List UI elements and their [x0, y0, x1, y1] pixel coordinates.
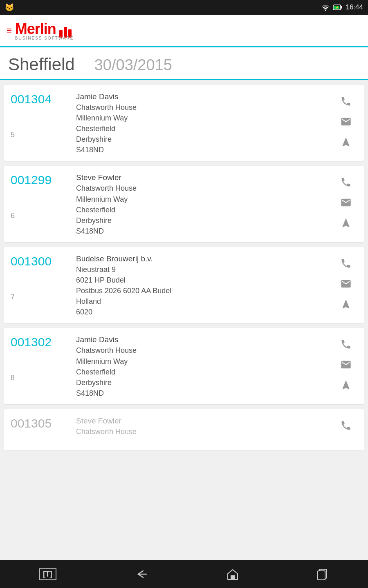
phone-icon[interactable]: [337, 418, 355, 433]
card-address-line: S418ND: [76, 145, 326, 155]
card-middle: Steve Fowler Chatsworth HouseMillennium …: [76, 173, 334, 236]
email-icon[interactable]: [337, 276, 355, 291]
card-middle: Jamie Davis Chatsworth HouseMillennium W…: [76, 92, 334, 155]
list-item[interactable]: 001302 8 Jamie Davis Chatsworth HouseMil…: [4, 328, 364, 404]
list-item[interactable]: 001300 7 Budelse Brouwerij b.v. Nieustra…: [4, 247, 364, 323]
svg-text:⚡: ⚡: [335, 6, 339, 9]
page-city: Sheffield: [8, 55, 75, 74]
navigation-icon[interactable]: [337, 216, 355, 230]
card-address-line: Derbyshire: [76, 134, 326, 145]
card-actions: [334, 254, 357, 312]
card-number: 7: [11, 293, 76, 301]
card-id: 001304: [11, 92, 76, 106]
card-actions: [334, 416, 357, 433]
phone-icon[interactable]: [337, 175, 355, 189]
card-address-line: Derbyshire: [76, 215, 326, 226]
card-address-line: Chesterfield: [76, 205, 326, 215]
card-middle: Steve Fowler Chatsworth House: [76, 416, 334, 437]
card-left: 001299 6: [11, 173, 76, 220]
status-bar-left: 🐱: [5, 3, 14, 12]
card-name: Jamie Davis: [76, 92, 326, 101]
nav-recent-button[interactable]: [317, 568, 329, 580]
back-arrow-icon: [134, 568, 149, 580]
card-left: 001304 5: [11, 92, 76, 139]
wifi-icon: [321, 4, 330, 11]
svg-rect-2: [341, 6, 342, 9]
card-name: Steve Fowler: [76, 173, 326, 182]
nav-home-button[interactable]: [226, 568, 239, 580]
status-bar-right: ⚡ 16:44: [321, 3, 363, 11]
card-id: 001300: [11, 254, 76, 268]
battery-icon: ⚡: [333, 4, 342, 11]
card-address-line: Chatsworth House: [76, 102, 326, 113]
bottom-nav: [T]: [0, 560, 368, 588]
card-id: 001305: [11, 416, 76, 430]
phone-icon[interactable]: [337, 256, 355, 271]
logo-text: Merlin: [15, 20, 56, 37]
home-icon: [226, 568, 239, 580]
card-actions: [334, 92, 357, 149]
list-item[interactable]: 001299 6 Steve Fowler Chatsworth HouseMi…: [4, 166, 364, 242]
card-number: 5: [11, 131, 76, 139]
card-address-line: Chesterfield: [76, 123, 326, 134]
status-bar: 🐱 ⚡ 16:44: [0, 0, 368, 15]
card-address-line: 6021 HP Budel: [76, 275, 326, 285]
svg-rect-6: [318, 571, 325, 580]
navigation-icon[interactable]: [337, 135, 355, 149]
card-address-line: Derbyshire: [76, 377, 326, 388]
page-title-area: Sheffield 30/03/2015: [0, 47, 368, 80]
card-actions: [334, 173, 357, 230]
phone-icon[interactable]: [337, 337, 355, 352]
card-name: Budelse Brouwerij b.v.: [76, 254, 326, 263]
card-middle: Jamie Davis Chatsworth HouseMillennium W…: [76, 335, 334, 398]
card-address-line: Chesterfield: [76, 367, 326, 377]
cat-icon: 🐱: [5, 3, 14, 12]
card-id: 001302: [11, 335, 76, 349]
list-item[interactable]: 001304 5 Jamie Davis Chatsworth HouseMil…: [4, 85, 364, 161]
content-area[interactable]: 001304 5 Jamie Davis Chatsworth HouseMil…: [0, 80, 368, 560]
card-actions: [334, 335, 357, 392]
nav-t-button[interactable]: [T]: [39, 568, 56, 580]
time-display: 16:44: [346, 3, 363, 11]
email-icon[interactable]: [337, 114, 355, 129]
card-address-line: 6020: [76, 307, 326, 317]
card-address-line: Chatsworth House: [76, 345, 326, 356]
card-id: 001299: [11, 173, 76, 187]
card-middle: Budelse Brouwerij b.v. Nieustraat 96021 …: [76, 254, 334, 317]
logo-subtitle: BUSINESS SOFTWARE: [15, 36, 74, 40]
page-title-row: Sheffield 30/03/2015: [8, 55, 360, 74]
card-left: 001300 7: [11, 254, 76, 301]
card-address-line: S418ND: [76, 388, 326, 399]
card-address-line: Chatsworth House: [76, 426, 326, 437]
phone-icon[interactable]: [337, 94, 355, 109]
card-address-line: Nieustraat 9: [76, 264, 326, 275]
svg-rect-4: [231, 575, 235, 579]
email-icon[interactable]: [337, 357, 355, 372]
card-name: Steve Fowler: [76, 416, 326, 425]
hamburger-icon[interactable]: ≡: [7, 25, 12, 36]
logo-container: Merlin BUSINESS SOFTWARE: [15, 20, 74, 40]
app-header: ≡ Merlin BUSINESS SOFTWARE: [0, 15, 368, 47]
list-item[interactable]: 001305 Steve Fowler Chatsworth House: [4, 409, 364, 450]
nav-back-button[interactable]: [134, 568, 149, 580]
email-icon[interactable]: [337, 195, 355, 210]
card-address-line: Chatsworth House: [76, 183, 326, 194]
card-left: 001305: [11, 416, 76, 430]
page-date: 30/03/2015: [94, 56, 172, 74]
card-left: 001302 8: [11, 335, 76, 382]
card-address-line: Postbus 2026 6020 AA Budel: [76, 285, 326, 296]
navigation-icon[interactable]: [337, 378, 355, 392]
card-address-line: S418ND: [76, 226, 326, 236]
navigation-icon[interactable]: [337, 297, 355, 312]
card-address-line: Millennium Way: [76, 356, 326, 367]
card-name: Jamie Davis: [76, 335, 326, 344]
card-number: 6: [11, 212, 76, 220]
card-address-line: Holland: [76, 296, 326, 307]
t-icon[interactable]: [T]: [39, 568, 56, 580]
card-number: 8: [11, 374, 76, 382]
recent-apps-icon: [317, 568, 329, 580]
card-address-line: Millennium Way: [76, 194, 326, 205]
card-address-line: Millennium Way: [76, 113, 326, 123]
